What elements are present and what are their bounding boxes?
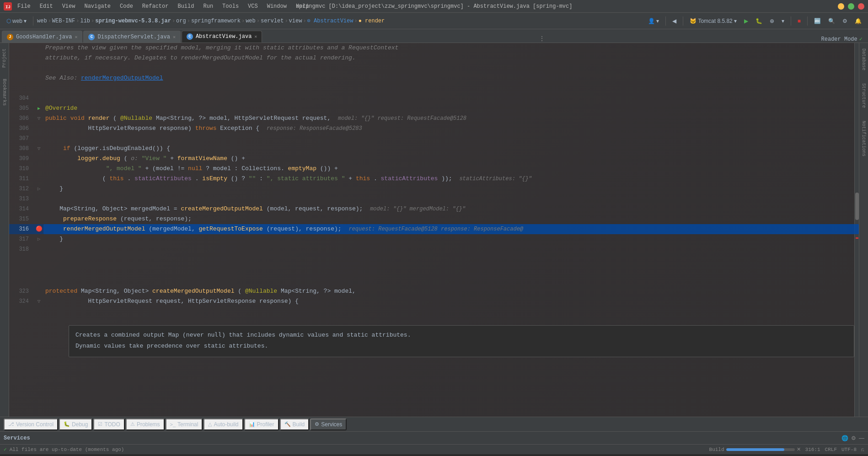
sep3: [683, 16, 683, 26]
linenum-312: 312: [9, 184, 34, 194]
tab-services[interactable]: ⚙ Services: [310, 418, 347, 430]
fold-324[interactable]: ▽: [38, 298, 41, 304]
menu-bar[interactable]: File Edit View Navigate Code Refactor Bu…: [16, 2, 311, 11]
menu-vcs[interactable]: VCS: [246, 2, 260, 11]
minimize-button[interactable]: [838, 3, 844, 10]
fold-317[interactable]: ▷: [38, 236, 41, 242]
menu-tools[interactable]: Tools: [220, 2, 241, 11]
services-title: Services: [4, 435, 30, 441]
menu-code[interactable]: Code: [118, 2, 135, 11]
tab-debug[interactable]: 🐛 Debug: [59, 418, 92, 430]
sep5: [807, 16, 808, 26]
bc-web[interactable]: web: [37, 18, 47, 24]
tab-abstractview[interactable]: C AbstractView.java ✕: [182, 31, 262, 43]
build-cancel-button[interactable]: ✕: [797, 446, 801, 452]
project-panel-label[interactable]: Project: [0, 47, 9, 70]
tab-auto-build[interactable]: △ Auto-build: [204, 418, 243, 430]
tab-label-vc: Version Control: [16, 421, 54, 428]
status-left: ✓ All files are up-to-date (moments ago): [4, 446, 124, 452]
tab-overflow[interactable]: ⋮: [535, 35, 549, 43]
window-controls[interactable]: [838, 3, 864, 10]
debug-button[interactable]: 🐛: [753, 15, 765, 27]
menu-run[interactable]: Run: [201, 2, 215, 11]
editor-area[interactable]: Prepares the view given the specified mo…: [9, 43, 859, 417]
cursor-position[interactable]: 316:1: [805, 447, 820, 452]
maximize-button[interactable]: [848, 3, 854, 10]
tab-problems[interactable]: ⚠ Problems: [126, 418, 165, 430]
translate-button[interactable]: 🔤: [811, 15, 824, 27]
stop-button[interactable]: ■: [795, 15, 804, 27]
bc-springframework[interactable]: springframework: [191, 18, 241, 24]
services-globe-button[interactable]: 🌐: [841, 435, 848, 441]
notifications-panel-label[interactable]: Notifications: [859, 119, 868, 158]
see-also-link[interactable]: renderMergedOutputModel: [81, 75, 163, 81]
tomcat-button[interactable]: 🐱 Tomcat 8.5.82 ▾: [687, 15, 739, 27]
main-layout: Project Bookmarks Prepares the view give…: [0, 43, 868, 417]
notifications-button[interactable]: 🔔: [852, 15, 864, 27]
tab-version-control[interactable]: ⎇ Version Control: [4, 418, 58, 430]
bookmarks-icon[interactable]: Bookmarks: [2, 79, 7, 107]
menu-navigate[interactable]: Navigate: [82, 2, 113, 11]
bc-web[interactable]: web: [246, 18, 256, 24]
close-button[interactable]: [858, 3, 864, 10]
run-with-coverage-button[interactable]: ⊕: [767, 15, 777, 27]
services-settings-button[interactable]: ⚙: [851, 435, 856, 441]
breakpoint-316[interactable]: 🔴: [36, 225, 43, 232]
encoding[interactable]: UTF-8: [841, 447, 857, 452]
doc-popup: Creates a combined output Map (never nul…: [69, 325, 854, 357]
tab-close-goods[interactable]: ✕: [75, 34, 77, 40]
code-text-1: Prepares the view given the specified mo…: [43, 43, 859, 53]
bc-webinf[interactable]: WEB-INF: [52, 18, 75, 24]
bc-servlet[interactable]: servlet: [261, 18, 284, 24]
project-dropdown[interactable]: ⬡ web ▾: [4, 15, 29, 27]
tab-close-abstract[interactable]: ✕: [254, 34, 257, 39]
tab-overflow-icon[interactable]: ⋮: [535, 35, 549, 43]
database-panel-label[interactable]: Database: [859, 47, 868, 72]
bc-lib[interactable]: lib: [80, 18, 90, 24]
run-button[interactable]: ▶: [741, 15, 751, 27]
tab-goodshandler[interactable]: J GoodsHandler.java ✕: [2, 31, 82, 43]
tab-terminal[interactable]: >_ Terminal: [166, 418, 203, 430]
tab-label-build: Build: [293, 421, 305, 428]
settings-button[interactable]: ⚙: [840, 15, 850, 27]
menu-edit[interactable]: Edit: [38, 2, 55, 11]
line-separator[interactable]: CRLF: [825, 447, 837, 452]
fold-308[interactable]: ▽: [38, 145, 41, 151]
account-button[interactable]: 👤 ▾: [645, 15, 662, 27]
menu-window[interactable]: Window: [265, 2, 289, 11]
fold-312[interactable]: ▷: [38, 186, 41, 192]
title-bar: IJ File Edit View Navigate Code Refactor…: [0, 0, 868, 13]
search-button[interactable]: 🔍: [825, 15, 838, 27]
menu-refactor[interactable]: Refactor: [140, 2, 171, 11]
bc-abstractview[interactable]: ⊙ AbstractView: [307, 17, 354, 24]
bc-jar[interactable]: spring-webmvc-5.3.8.jar: [95, 18, 171, 24]
line-324: 324 ▽ HttpServletRequest request, HttpSe…: [9, 296, 859, 306]
tab-label-abstract: AbstractView.java: [196, 33, 252, 40]
window-title: springmvc [D:\idea_project\zzw_springmvc…: [296, 3, 573, 10]
hint-314: model: "{}" mergedModel: "{}": [370, 206, 466, 212]
fold-306[interactable]: ▽: [38, 115, 41, 121]
menu-view[interactable]: View: [60, 2, 77, 11]
linenum-309: 309: [9, 154, 34, 164]
tab-dispatcherservlet[interactable]: C DispatcherServlet.java ✕: [83, 31, 180, 43]
status-message: All files are up-to-date (moments ago): [10, 447, 124, 452]
services-minimize-button[interactable]: —: [859, 435, 864, 441]
back-button[interactable]: ◀: [670, 15, 679, 27]
tab-build[interactable]: 🔨 Build: [280, 418, 310, 430]
hint-306: model: "{}" request: RequestFacade@5128: [338, 115, 466, 122]
bc-view[interactable]: view: [289, 18, 302, 24]
menu-file[interactable]: File: [16, 2, 32, 11]
tab-close-dispatcher[interactable]: ✕: [173, 34, 176, 40]
reader-mode-label: Reader Mode: [821, 36, 857, 43]
structure-panel-label[interactable]: Structure: [859, 81, 868, 110]
line-313: 313: [9, 194, 859, 204]
menu-build[interactable]: Build: [176, 2, 196, 11]
code-content: Prepares the view given the specified mo…: [9, 43, 859, 417]
breadcrumb: web › WEB-INF › lib › spring-webmvc-5.3.…: [37, 15, 385, 27]
tab-profiler[interactable]: 📊 Profiler: [244, 418, 279, 430]
tab-todo[interactable]: ☑ TODO: [93, 418, 124, 430]
bc-render[interactable]: ● render: [359, 18, 385, 24]
tab-label-auto-build: Auto-build: [214, 421, 238, 428]
more-run-button[interactable]: ▾: [779, 15, 787, 27]
bc-org[interactable]: org: [176, 18, 186, 24]
